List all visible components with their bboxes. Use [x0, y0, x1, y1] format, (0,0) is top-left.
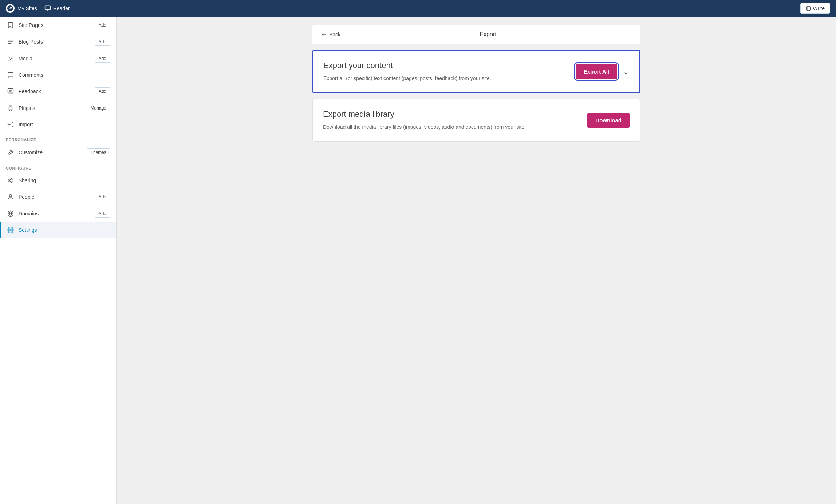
feedback-add-button[interactable]: Add — [95, 87, 110, 95]
back-label: Back — [329, 32, 340, 37]
svg-line-24 — [9, 181, 11, 182]
svg-rect-0 — [45, 6, 50, 10]
reader-label: Reader — [53, 5, 70, 11]
back-arrow-icon — [321, 32, 327, 37]
sidebar-item-people[interactable]: People Add — [0, 188, 116, 205]
sidebar-item-domains[interactable]: Domains Add — [0, 205, 116, 222]
site-pages-add-button[interactable]: Add — [95, 21, 110, 29]
sidebar-item-media[interactable]: Media Add — [0, 50, 116, 67]
export-page-title: Export — [345, 31, 631, 38]
export-content-actions: Export All ⌄ — [576, 64, 629, 79]
main-content: Back Export Export your content Export a… — [117, 17, 836, 504]
svg-point-29 — [10, 229, 12, 231]
wordpress-logo: W — [6, 4, 15, 13]
export-media-description: Download all the media library files (im… — [323, 123, 553, 131]
export-media-actions: Download — [587, 113, 630, 128]
site-pages-label: Site Pages — [19, 22, 90, 28]
sidebar-item-plugins[interactable]: Plugins Manage — [0, 100, 116, 116]
export-media-title: Export media library — [323, 110, 553, 119]
export-header: Back Export — [312, 25, 640, 44]
export-content-info: Export your content Export all (or speci… — [323, 61, 553, 82]
download-button[interactable]: Download — [587, 113, 630, 128]
media-label: Media — [19, 56, 90, 61]
reader-nav[interactable]: Reader — [44, 5, 70, 12]
import-label: Import — [19, 122, 110, 127]
export-all-button[interactable]: Export All — [576, 64, 617, 79]
comments-icon — [7, 71, 14, 79]
my-sites-label: My Sites — [17, 5, 37, 11]
svg-point-26 — [9, 194, 12, 197]
settings-icon — [7, 226, 14, 234]
plugins-label: Plugins — [19, 105, 82, 111]
chevron-down-icon[interactable]: ⌄ — [623, 67, 629, 76]
domains-label: Domains — [19, 211, 90, 217]
export-content-section: Export your content Export all (or speci… — [312, 50, 640, 93]
domains-add-button[interactable]: Add — [95, 210, 110, 218]
export-media-info: Export media library Download all the me… — [323, 110, 553, 131]
svg-point-22 — [8, 180, 10, 182]
my-sites-nav[interactable]: W My Sites — [6, 4, 37, 13]
top-navigation: W My Sites Reader Write — [0, 0, 836, 17]
sidebar-item-site-pages[interactable]: Site Pages Add — [0, 17, 116, 33]
export-header-card: Back Export — [312, 25, 640, 44]
svg-rect-20 — [9, 107, 12, 110]
svg-point-21 — [11, 178, 13, 180]
settings-label: Settings — [19, 227, 110, 233]
reader-icon — [44, 5, 51, 12]
feedback-label: Feedback — [19, 88, 90, 94]
media-add-button[interactable]: Add — [95, 55, 110, 63]
themes-button[interactable]: Themes — [87, 148, 110, 156]
main-layout: Site Pages Add Blog Posts Add — [0, 17, 836, 504]
sharing-label: Sharing — [19, 178, 110, 183]
back-button[interactable]: Back — [321, 32, 340, 37]
blog-posts-label: Blog Posts — [19, 39, 90, 45]
write-label: Write — [813, 5, 825, 11]
plugins-icon — [7, 104, 14, 112]
comments-label: Comments — [19, 72, 110, 78]
export-content-description: Export all (or specific) text content (p… — [323, 75, 553, 82]
blog-posts-add-button[interactable]: Add — [95, 38, 110, 46]
svg-point-19 — [12, 94, 12, 94]
sidebar-item-settings[interactable]: Settings — [0, 222, 116, 238]
write-button[interactable]: Write — [800, 3, 830, 14]
svg-line-25 — [9, 179, 11, 180]
sharing-icon — [7, 177, 14, 184]
sidebar-item-blog-posts[interactable]: Blog Posts Add — [0, 33, 116, 50]
feedback-icon — [7, 88, 14, 95]
export-content-title: Export your content — [323, 61, 553, 70]
customize-label: Customize — [19, 150, 82, 155]
customize-icon — [7, 149, 14, 156]
personalize-section-title: Personalize — [0, 132, 116, 144]
sidebar: Site Pages Add Blog Posts Add — [0, 17, 117, 504]
blog-icon — [7, 38, 14, 45]
sidebar-item-comments[interactable]: Comments — [0, 67, 116, 83]
write-icon — [806, 6, 811, 11]
sidebar-item-import[interactable]: Import — [0, 116, 116, 132]
sidebar-item-feedback[interactable]: Feedback Add — [0, 83, 116, 100]
import-icon — [7, 121, 14, 128]
media-icon — [7, 55, 14, 62]
domains-icon — [7, 210, 14, 217]
sidebar-item-customize[interactable]: Customize Themes — [0, 144, 116, 161]
people-add-button[interactable]: Add — [95, 193, 110, 201]
page-icon — [7, 21, 14, 29]
svg-point-13 — [9, 57, 10, 58]
svg-rect-3 — [806, 7, 810, 11]
svg-point-23 — [11, 182, 13, 183]
export-media-section: Export media library Download all the me… — [312, 99, 640, 142]
people-label: People — [19, 194, 90, 200]
plugins-manage-button[interactable]: Manage — [87, 104, 110, 112]
people-icon — [7, 193, 14, 201]
configure-section-title: Configure — [0, 161, 116, 172]
sidebar-item-sharing[interactable]: Sharing — [0, 172, 116, 188]
